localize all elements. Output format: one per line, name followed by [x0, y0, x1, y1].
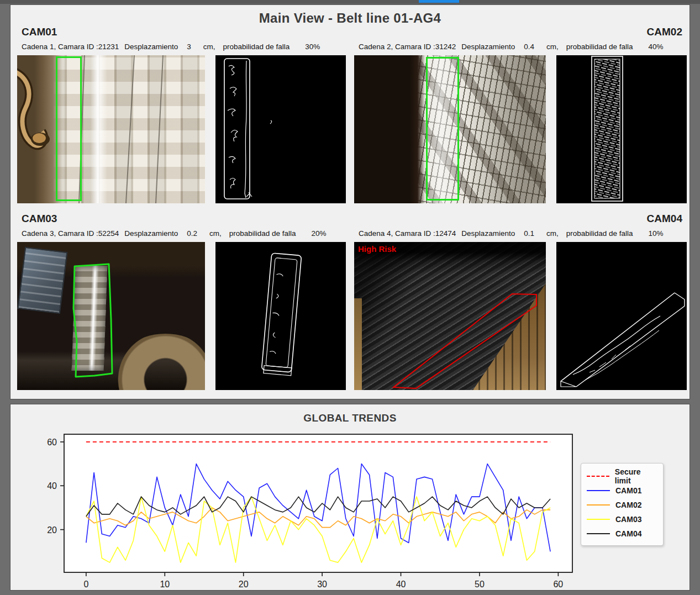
svg-text:60: 60 — [553, 580, 563, 589]
camera-name-cam01: CAM01 — [17, 26, 347, 40]
camera-info: Cadena 1, Camara ID :21231 — [22, 43, 119, 51]
edge-detection-drawing — [556, 55, 687, 203]
camera-info: Cadena 4, Camara ID :12474 — [359, 229, 456, 238]
edge-view-cam04 — [556, 242, 687, 390]
edge-detection-drawing — [215, 242, 346, 390]
camera-info: Cadena 2, Camara ID :31242 — [359, 43, 456, 51]
displacement-unit: cm, — [203, 43, 215, 51]
displacement-label: Desplazamiento — [124, 43, 178, 51]
camera-caption-cam04: Cadena 4, Camara ID :12474 Desplazamient… — [359, 229, 687, 238]
legend-item-cam04: CAM04 — [587, 526, 657, 541]
failure-prob-value: 40% — [649, 43, 664, 51]
window-top-edge — [0, 0, 700, 4]
svg-text:20: 20 — [239, 580, 249, 589]
machinery-detail-overlay — [17, 55, 205, 203]
camera-name-cam04: CAM04 — [354, 213, 687, 227]
displacement-label: Desplazamiento — [461, 229, 515, 238]
camera-block-cam01: CAM01 Cadena 1, Camara ID :21231 Desplaz… — [17, 26, 347, 203]
failure-prob-label: probabilidad de falla — [223, 43, 290, 51]
legend-label: CAM04 — [615, 529, 641, 538]
camera-block-cam03: CAM03 Cadena 3, Camara ID :52254 Desplaz… — [17, 213, 347, 390]
camera-feed-cam03 — [17, 242, 205, 390]
displacement-unit: cm, — [546, 43, 559, 51]
failure-prob-label: probabilidad de falla — [566, 229, 633, 238]
edge-detection-drawing — [215, 55, 346, 203]
svg-text:60: 60 — [47, 438, 57, 447]
camera-feed-cam02 — [354, 55, 546, 203]
camera-info: Cadena 3, Camara ID :52254 — [22, 229, 119, 238]
legend-line-sample — [587, 476, 609, 477]
edge-view-cam02 — [556, 55, 687, 203]
failure-prob-value: 30% — [305, 43, 320, 51]
svg-text:50: 50 — [475, 580, 485, 589]
legend-item-cam01: CAM01 — [587, 483, 657, 498]
camera-block-cam04: CAM04 Cadena 4, Camara ID :12474 Desplaz… — [354, 213, 687, 390]
displacement-value: 3 — [187, 43, 191, 51]
failure-prob-label: probabilidad de falla — [229, 229, 296, 238]
legend-label: CAM01 — [615, 486, 641, 495]
legend-line-sample — [587, 533, 610, 534]
edge-view-cam03 — [215, 242, 346, 390]
camera-caption-cam02: Cadena 2, Camara ID :31242 Desplazamient… — [359, 43, 687, 51]
legend-item-cam03: CAM03 — [587, 512, 657, 526]
legend-line-sample — [587, 504, 610, 506]
legend-label: Secure limit — [615, 467, 657, 485]
high-risk-badge: High Risk — [358, 244, 396, 254]
svg-text:40: 40 — [47, 481, 57, 491]
global-trends-panel: GLOBAL TRENDS 0102030405060204060 Secure… — [10, 404, 690, 591]
camera-feed-cam01 — [17, 55, 205, 203]
camera-block-cam02: CAM02 Cadena 2, Camara ID :31242 Desplaz… — [354, 26, 687, 203]
displacement-value: 0.1 — [524, 229, 534, 238]
edge-view-cam01 — [215, 55, 346, 203]
svg-text:0: 0 — [83, 580, 88, 589]
displacement-unit: cm, — [209, 229, 222, 238]
camera-name-cam02: CAM02 — [354, 26, 687, 40]
svg-text:20: 20 — [47, 525, 57, 535]
legend-line-sample — [587, 519, 610, 520]
chart-legend: Secure limitCAM01CAM02CAM03CAM04 — [581, 463, 664, 546]
failure-prob-value: 20% — [312, 229, 327, 238]
displacement-value: 0.2 — [187, 229, 197, 238]
page-title: Main View - Belt line 01-AG4 — [10, 10, 690, 26]
failure-prob-label: probabilidad de falla — [566, 43, 633, 51]
edge-detection-drawing — [556, 242, 687, 390]
detection-bbox-cam02 — [426, 57, 459, 201]
taskbar-accent-bar — [419, 0, 459, 3]
legend-item-secure-limit: Secure limit — [587, 469, 657, 483]
displacement-value: 0.4 — [524, 43, 534, 51]
displacement-unit: cm, — [546, 229, 559, 238]
legend-label: CAM02 — [615, 501, 641, 509]
detection-outline-overlay — [17, 242, 205, 390]
camera-feed-cam04: High Risk — [354, 242, 546, 390]
camera-caption-cam01: Cadena 1, Camara ID :21231 Desplazamient… — [22, 43, 347, 51]
failure-prob-value: 10% — [649, 229, 664, 238]
legend-item-cam02: CAM02 — [587, 498, 657, 512]
camera-caption-cam03: Cadena 3, Camara ID :52254 Desplazamient… — [22, 229, 347, 238]
camera-name-cam03: CAM03 — [17, 213, 347, 227]
app-screen: Main View - Belt line 01-AG4 CAM01 Caden… — [0, 0, 700, 595]
detection-bbox-cam01 — [56, 56, 82, 201]
displacement-label: Desplazamiento — [124, 229, 178, 238]
displacement-label: Desplazamiento — [461, 43, 515, 51]
svg-text:40: 40 — [396, 580, 406, 589]
legend-label: CAM03 — [615, 515, 641, 524]
svg-text:30: 30 — [317, 580, 327, 589]
legend-line-sample — [587, 490, 610, 491]
risk-zone-overlay — [354, 242, 546, 390]
main-view-panel: Main View - Belt line 01-AG4 CAM01 Caden… — [10, 4, 690, 399]
svg-text:10: 10 — [160, 580, 170, 589]
